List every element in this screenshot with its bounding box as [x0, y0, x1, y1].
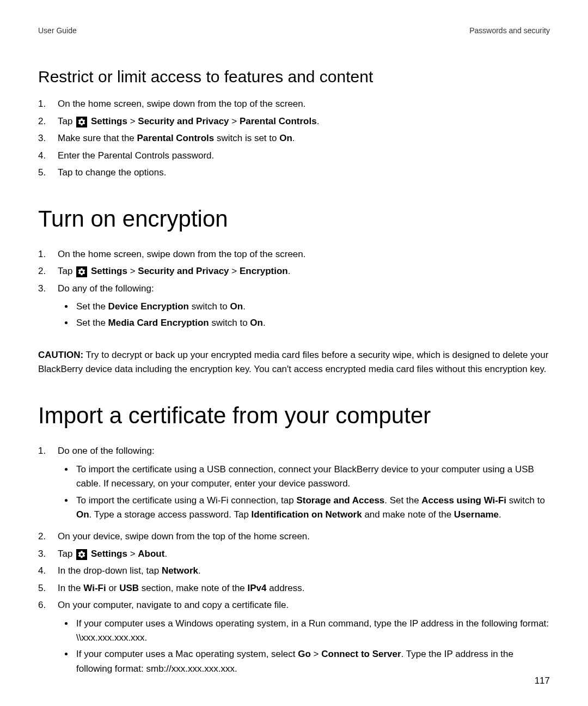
list-item: 1. On the home screen, swipe down from t…: [38, 247, 550, 261]
text-bold: Parental Controls: [240, 116, 317, 126]
dot: .: [164, 549, 167, 559]
page-header: User Guide Passwords and security: [38, 26, 550, 35]
dot: .: [263, 318, 266, 328]
text-bold: Connect to Server: [321, 649, 401, 659]
step-text: Do one of the following: To import the c…: [58, 444, 550, 526]
step-number: 2.: [38, 530, 58, 544]
text-bold: Encryption: [240, 266, 288, 276]
step-number: 3.: [38, 282, 58, 335]
text-bold: Media Card Encryption: [108, 318, 209, 328]
step-text: In the Wi-Fi or USB section, make note o…: [58, 581, 550, 595]
text: switch to: [209, 318, 250, 328]
step-text: On the home screen, swipe down from the …: [58, 97, 550, 111]
bullet-item: If your computer uses a Windows operatin…: [74, 617, 550, 646]
text-bold: Security and Privacy: [138, 266, 229, 276]
step-text: Do any of the following: Set the Device …: [58, 282, 550, 335]
text-bold: Settings: [91, 116, 127, 126]
list-item: 4. In the drop-down list, tap Network.: [38, 564, 550, 578]
bullet-item: Set the Device Encryption switch to On.: [74, 300, 550, 314]
text-bold: On: [76, 509, 89, 520]
step-number: 3.: [38, 131, 58, 145]
step-text: On the home screen, swipe down from the …: [58, 247, 550, 261]
text: and make note of the: [362, 509, 454, 520]
separator: >: [229, 266, 240, 276]
step-text: Tap Settings > Security and Privacy > En…: [58, 264, 550, 278]
step-number: 5.: [38, 166, 58, 180]
caution-text: Try to decrypt or back up your encrypted…: [38, 350, 548, 374]
step-text: Tap Settings > About.: [58, 547, 550, 561]
list-item: 3. Do any of the following: Set the Devi…: [38, 282, 550, 335]
text-bold: Settings: [91, 266, 127, 276]
text: Tap: [58, 116, 75, 126]
dot: .: [243, 301, 246, 312]
step-number: 6.: [38, 598, 58, 680]
step-text: Enter the Parental Controls password.: [58, 149, 550, 163]
step-number: 1.: [38, 444, 58, 526]
text: Tap: [58, 549, 75, 559]
text-bold: IPv4: [248, 583, 267, 593]
separator: >: [127, 266, 138, 276]
list-item: 3. Tap Settings > About.: [38, 547, 550, 561]
text-bold: Security and Privacy: [138, 116, 229, 126]
text-bold: Device Encryption: [108, 301, 189, 312]
text-bold: About: [138, 549, 164, 559]
step-number: 4.: [38, 564, 58, 578]
text-bold: Go: [298, 649, 311, 659]
dot: .: [292, 133, 295, 143]
text: Set the: [76, 318, 108, 328]
step-number: 2.: [38, 114, 58, 129]
step-number: 1.: [38, 247, 58, 261]
header-left: User Guide: [38, 26, 77, 35]
dot: .: [288, 266, 291, 276]
text-bold: On: [279, 133, 292, 143]
text-bold: On: [250, 318, 263, 328]
gear-icon: [76, 266, 87, 277]
text: switch is set to: [214, 133, 279, 143]
list-item: 4. Enter the Parental Controls password.: [38, 149, 550, 163]
text: . Set the: [384, 495, 421, 506]
sub-list: To import the certificate using a USB co…: [58, 462, 550, 522]
text: Do one of the following:: [58, 446, 155, 456]
bullet-item: Set the Media Card Encryption switch to …: [74, 316, 550, 330]
list-item: 1. Do one of the following: To import th…: [38, 444, 550, 526]
step-number: 2.: [38, 264, 58, 278]
step-text: In the drop-down list, tap Network.: [58, 564, 550, 578]
text: Tap: [58, 266, 75, 276]
text: If your computer uses a Mac operating sy…: [76, 649, 298, 659]
text: . Type a storage access password. Tap: [89, 509, 252, 520]
gear-icon: [76, 549, 87, 560]
text: Make sure that the: [58, 133, 137, 143]
text-bold: Wi-Fi: [83, 583, 106, 593]
text: In the: [58, 583, 83, 593]
step-number: 3.: [38, 547, 58, 561]
heading-import: Import a certificate from your computer: [38, 403, 550, 429]
text: section, make note of the: [139, 583, 247, 593]
step-number: 1.: [38, 97, 58, 111]
text: switch to: [189, 301, 230, 312]
caution-paragraph: CAUTION: Try to decrypt or back up your …: [38, 348, 550, 377]
step-text: Make sure that the Parental Controls swi…: [58, 131, 550, 145]
separator: >: [311, 649, 321, 659]
separator: >: [229, 116, 240, 126]
text-bold: Username: [454, 509, 499, 520]
text: address.: [267, 583, 305, 593]
text-bold: USB: [119, 583, 139, 593]
list-item: 2. On your device, swipe down from the t…: [38, 530, 550, 544]
step-text: Tap Settings > Security and Privacy > Pa…: [58, 114, 550, 129]
dot: .: [317, 116, 320, 126]
text-bold: Access using Wi-Fi: [421, 495, 506, 506]
heading-restrict: Restrict or limit access to features and…: [38, 68, 550, 86]
text: To import the certificate using a Wi-Fi …: [76, 495, 296, 506]
bullet-item: If your computer uses a Mac operating sy…: [74, 647, 550, 676]
text-bold: Identification on Network: [252, 509, 362, 520]
separator: >: [127, 116, 138, 126]
step-text: On your computer, navigate to and copy a…: [58, 598, 550, 680]
dot: .: [198, 565, 201, 576]
text-bold: On: [230, 301, 243, 312]
separator: >: [127, 549, 138, 559]
caution-label: CAUTION:: [38, 350, 83, 360]
list-item: 2. Tap Settings > Security and Privacy >…: [38, 264, 550, 278]
step-number: 4.: [38, 149, 58, 163]
sub-list: If your computer uses a Windows operatin…: [58, 617, 550, 676]
heading-encryption: Turn on encryption: [38, 206, 550, 232]
